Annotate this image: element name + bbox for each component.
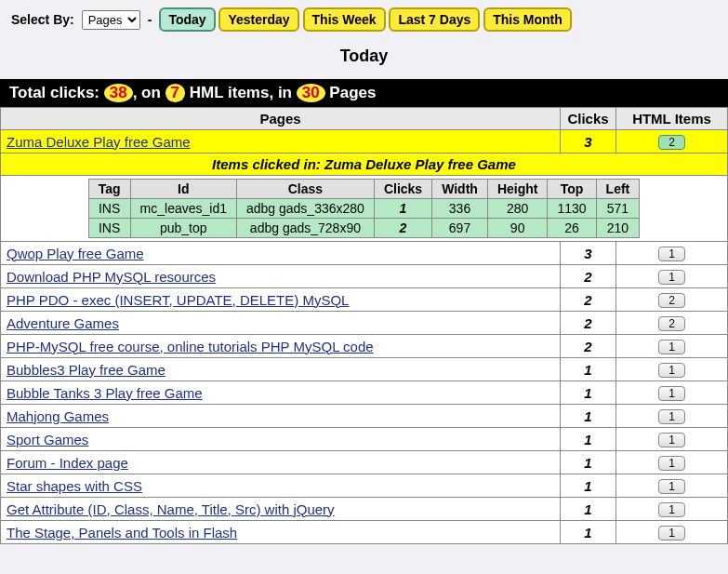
table-row: The Stage, Panels and Tools in Flash 1 1 [1, 521, 728, 544]
filter-toolbar: Select By: Pages - Today Yesterday This … [0, 0, 728, 39]
detail-table: TagIdClassClicksWidthHeightTopLeftINSmc_… [88, 179, 641, 238]
detail-row: INSmc_leaves_id1adbg gads_336x2801336280… [88, 199, 640, 219]
page-link[interactable]: Adventure Games [7, 315, 119, 331]
items-count-button[interactable]: 1 [658, 526, 685, 541]
clicks-value: 1 [561, 521, 616, 544]
total-clicks-badge: 38 [104, 84, 133, 102]
table-row: Adventure Games 2 2 [1, 312, 728, 335]
clicks-value: 2 [561, 335, 616, 358]
page-link[interactable]: Bubble Tanks 3 Play free Game [7, 385, 203, 401]
table-row: Bubbles3 Play free Game 1 1 [1, 358, 728, 381]
select-by-dropdown[interactable]: Pages [82, 10, 140, 30]
clicks-value: 2 [561, 288, 616, 312]
page-link[interactable]: Qwop Play free Game [7, 246, 144, 261]
clicks-value: 1 [561, 451, 616, 474]
detail-col-tag: Tag [88, 180, 130, 199]
page-link[interactable]: Mahjong Games [7, 408, 109, 424]
detail-col-width: Width [432, 180, 488, 199]
clicks-value: 1 [561, 498, 616, 521]
detail-col-clicks: Clicks [374, 180, 431, 199]
page-link[interactable]: Sport Games [7, 432, 88, 447]
pages-table: Pages Clicks HTML Items Zuma Deluxe Play… [0, 107, 728, 544]
items-count-button[interactable]: 1 [658, 247, 685, 261]
detail-col-class: Class [236, 180, 374, 199]
total-items-badge: 7 [165, 84, 185, 102]
items-count-button[interactable]: 1 [658, 502, 685, 517]
page-link[interactable]: Download PHP MySQL resources [7, 269, 216, 285]
col-clicks: Clicks [561, 108, 616, 130]
table-row: Sport Games 1 1 [1, 428, 728, 451]
items-count-button[interactable]: 1 [658, 340, 685, 354]
page-link[interactable]: PHP-MySQL free course, online tutorials … [7, 339, 374, 354]
separator: - [148, 12, 152, 27]
clicks-value: 1 [561, 405, 616, 428]
filter-button-this-week[interactable]: This Week [303, 7, 386, 32]
col-pages: Pages [1, 108, 561, 130]
summary-bar: Total clicks: 38, on 7 HML items, in 30 … [0, 79, 728, 107]
table-row: PHP-MySQL free course, online tutorials … [1, 335, 728, 358]
table-row: Star shapes with CSS 1 1 [1, 474, 728, 498]
table-row: Zuma Deluxe Play free Game 3 2 [1, 130, 728, 154]
items-count-button[interactable]: 1 [658, 433, 685, 447]
items-count-button[interactable]: 1 [658, 270, 685, 285]
clicks-value: 3 [561, 130, 616, 154]
select-by-label: Select By: [11, 12, 74, 27]
clicks-value: 1 [561, 358, 616, 381]
total-pages-badge: 30 [297, 84, 325, 102]
table-row: Download PHP MySQL resources 2 1 [1, 265, 728, 288]
filter-button-today[interactable]: Today [159, 7, 215, 32]
filter-button-yesterday[interactable]: Yesterday [218, 7, 298, 32]
page-title: Today [0, 39, 728, 79]
page-link[interactable]: Bubbles3 Play free Game [7, 362, 165, 378]
detail-header: Items clicked in: Zuma Deluxe Play free … [1, 154, 728, 176]
detail-row: INSpub_topadbg gads_728x9026979026210 [88, 219, 640, 238]
page-link[interactable]: PHP PDO - exec (INSERT, UPDATE, DELETE) … [7, 292, 349, 308]
detail-col-id: Id [130, 180, 236, 199]
page-link[interactable]: Forum - Index page [7, 455, 128, 471]
detail-col-top: Top [548, 180, 596, 199]
items-count-button[interactable]: 1 [658, 479, 685, 494]
page-link[interactable]: The Stage, Panels and Tools in Flash [7, 525, 237, 541]
clicks-value: 1 [561, 381, 616, 405]
filter-button-last-7-days[interactable]: Last 7 Days [389, 7, 480, 32]
clicks-value: 2 [561, 312, 616, 335]
detail-col-height: Height [487, 180, 548, 199]
page-link[interactable]: Get Attribute (ID, Class, Name, Title, S… [7, 501, 335, 517]
filter-button-this-month[interactable]: This Month [483, 7, 572, 32]
clicks-value: 1 [561, 474, 616, 498]
table-row: PHP PDO - exec (INSERT, UPDATE, DELETE) … [1, 288, 728, 312]
table-row: Qwop Play free Game 3 1 [1, 242, 728, 265]
page-link[interactable]: Star shapes with CSS [7, 478, 142, 494]
table-row: Mahjong Games 1 1 [1, 405, 728, 428]
table-row: Get Attribute (ID, Class, Name, Title, S… [1, 498, 728, 521]
items-count-button[interactable]: 2 [658, 135, 685, 150]
table-row: Forum - Index page 1 1 [1, 451, 728, 474]
items-count-button[interactable]: 1 [658, 456, 685, 471]
items-count-button[interactable]: 1 [658, 409, 685, 424]
col-html-items: HTML Items [616, 108, 728, 130]
detail-col-left: Left [596, 180, 640, 199]
items-count-button[interactable]: 1 [658, 386, 685, 401]
table-row: Bubble Tanks 3 Play free Game 1 1 [1, 381, 728, 405]
clicks-value: 1 [561, 428, 616, 451]
page-link[interactable]: Zuma Deluxe Play free Game [7, 134, 191, 150]
items-count-button[interactable]: 1 [658, 363, 685, 378]
items-count-button[interactable]: 2 [658, 316, 685, 331]
clicks-value: 3 [561, 242, 616, 265]
items-count-button[interactable]: 2 [658, 293, 685, 308]
clicks-value: 2 [561, 265, 616, 288]
